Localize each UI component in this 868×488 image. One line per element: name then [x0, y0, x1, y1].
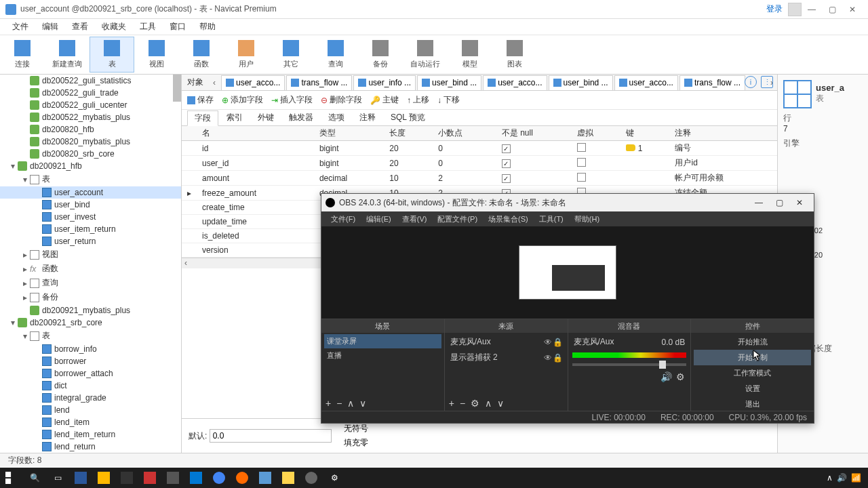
tool-连接[interactable]: 连接	[0, 37, 45, 72]
subtab[interactable]: 注释	[353, 110, 382, 125]
tree-item[interactable]: ▸fx函数	[0, 262, 181, 276]
add-source-icon[interactable]: +	[449, 398, 454, 409]
tool-新建查询[interactable]: 新建查询	[45, 37, 90, 72]
obs-menu-item[interactable]: 帮助(H)	[569, 214, 605, 224]
editor-tab[interactable]: trans_flow ...	[679, 75, 745, 90]
source-settings-icon[interactable]: ⚙	[471, 398, 479, 409]
tree-item[interactable]: db200522_guli_trade	[0, 87, 181, 99]
menu-item[interactable]: 帮助	[193, 21, 222, 33]
tree-item[interactable]: ▸视图	[0, 247, 181, 262]
default-value-input[interactable]	[210, 429, 332, 443]
taskview-icon[interactable]: ▭	[46, 468, 69, 488]
tree-item[interactable]: ▾db200921_srb_core	[0, 317, 181, 329]
obs-control-button[interactable]: 开始录制	[694, 350, 811, 365]
subtab[interactable]: SQL 预览	[384, 110, 432, 125]
editor-tab[interactable]: user_acco...	[483, 75, 547, 90]
field-row[interactable]: amountdecimal102✓帐户可用余额	[182, 171, 777, 186]
source-up-icon[interactable]: ∧	[485, 398, 492, 409]
scene-up-icon[interactable]: ∧	[347, 398, 354, 409]
obs-menu-item[interactable]: 编辑(E)	[361, 214, 397, 224]
subtab[interactable]: 选项	[321, 110, 351, 125]
tree-item[interactable]: dict	[0, 380, 181, 392]
tree-item[interactable]: user_item_return	[0, 223, 181, 235]
tree-item[interactable]: db200522_guli_ucenter	[0, 99, 181, 111]
editor-tab[interactable]: user_bind ...	[549, 75, 613, 90]
move-up-button[interactable]: ↑ 上移	[407, 94, 429, 106]
editor-tab[interactable]: user_info ...	[353, 75, 416, 90]
minimize-button[interactable]: —	[802, 5, 822, 14]
move-down-button[interactable]: ↓ 下移	[437, 94, 460, 106]
obs-control-button[interactable]: 工作室模式	[694, 365, 811, 381]
obs-menu-item[interactable]: 查看(V)	[397, 214, 433, 224]
source-item[interactable]: 显示器捕获 2👁🔒	[448, 350, 565, 365]
tree-item[interactable]: lend_item	[0, 416, 181, 428]
menu-item[interactable]: 查看	[65, 21, 95, 33]
close-button[interactable]: ✕	[842, 5, 863, 14]
tool-备份[interactable]: 备份	[358, 37, 403, 72]
editor-tab[interactable]: user_acco...	[614, 75, 678, 90]
source-down-icon[interactable]: ∨	[497, 398, 504, 409]
tree-item[interactable]: user_invest	[0, 211, 181, 223]
menu-item[interactable]: 编辑	[35, 21, 65, 33]
insert-field-button[interactable]: ⇥插入字段	[271, 94, 313, 106]
tree-item[interactable]: user_bind	[0, 199, 181, 211]
tool-查询[interactable]: 查询	[313, 37, 358, 72]
tree-item[interactable]: lend	[0, 404, 181, 416]
taskbar-app[interactable]	[138, 468, 161, 488]
subtab[interactable]: 外键	[251, 110, 281, 125]
avatar-icon[interactable]	[788, 3, 802, 16]
info-icon[interactable]: i	[745, 76, 757, 88]
maximize-button[interactable]: ▢	[822, 5, 842, 14]
primary-key-button[interactable]: 🔑主键	[370, 94, 399, 106]
tabs-prev[interactable]: ‹	[209, 78, 220, 87]
taskbar-app[interactable]	[115, 468, 138, 488]
obs-minimize[interactable]: —	[749, 198, 769, 207]
tool-函数[interactable]: 函数	[179, 37, 224, 72]
tree-item[interactable]: ▸查询	[0, 276, 181, 290]
obs-menu-item[interactable]: 配置文件(P)	[432, 214, 483, 224]
taskbar[interactable]: 🔍 ▭ ⚙ ∧🔊📶	[0, 468, 868, 488]
editor-tab[interactable]: user_bind ...	[417, 75, 481, 90]
obs-menu-item[interactable]: 文件(F)	[326, 214, 361, 224]
tree-item[interactable]: db200820_mybatis_plus	[0, 136, 181, 148]
obs-menu-item[interactable]: 工具(T)	[534, 214, 569, 224]
taskbar-app[interactable]	[277, 468, 300, 488]
tree-item[interactable]: db200522_guli_statistics	[0, 75, 181, 87]
tree-item[interactable]: db200522_mybatis_plus	[0, 111, 181, 123]
add-field-button[interactable]: ⊕添加字段	[222, 94, 263, 106]
taskbar-app[interactable]	[300, 468, 323, 488]
tree-item[interactable]: borrower	[0, 355, 181, 367]
tree-item[interactable]: db200820_hfb	[0, 123, 181, 136]
tree-item[interactable]: user_return	[0, 235, 181, 247]
editor-tab[interactable]: user_acco...	[221, 75, 285, 90]
tree-item[interactable]: ▾表	[0, 172, 181, 186]
taskbar-app[interactable]	[92, 468, 115, 488]
scene-item[interactable]: 课堂录屏	[324, 334, 441, 348]
menu-item[interactable]: 收藏夹	[95, 21, 133, 33]
obs-titlebar[interactable]: OBS 24.0.3 (64-bit, windows) - 配置文件: 未命名…	[321, 194, 814, 211]
sidebar-tree[interactable]: db200522_guli_statisticsdb200522_guli_tr…	[0, 75, 182, 453]
obs-preview[interactable]	[321, 226, 814, 319]
unsigned-checkbox[interactable]: 无符号	[341, 423, 368, 434]
field-row[interactable]: idbigint200✓ 1编号	[182, 141, 777, 156]
tool-其它[interactable]: 其它	[269, 37, 313, 72]
obs-menu-item[interactable]: 场景集合(S)	[483, 214, 534, 224]
tool-模型[interactable]: 模型	[448, 37, 492, 72]
tree-item[interactable]: borrow_info	[0, 343, 181, 355]
tree-item[interactable]: user_account	[0, 186, 181, 199]
subtab[interactable]: 字段	[187, 110, 218, 126]
tool-用户[interactable]: 用户	[224, 37, 269, 72]
save-button[interactable]: 保存	[187, 94, 214, 106]
search-icon[interactable]: 🔍	[23, 468, 46, 488]
scene-item[interactable]: 直播	[324, 348, 441, 363]
tree-item[interactable]: db200820_srb_core	[0, 148, 181, 160]
subtab[interactable]: 触发器	[282, 110, 320, 125]
tree-item[interactable]: borrower_attach	[0, 367, 181, 380]
scene-down-icon[interactable]: ∨	[359, 398, 366, 409]
tree-item[interactable]: lend_item_return	[0, 428, 181, 441]
start-button[interactable]	[0, 468, 23, 488]
menu-item[interactable]: 工具	[133, 21, 163, 33]
taskbar-app[interactable]: ⚙	[323, 468, 346, 488]
tree-item[interactable]: db200921_mybatis_plus	[0, 304, 181, 317]
login-link[interactable]: 登录	[766, 3, 783, 15]
